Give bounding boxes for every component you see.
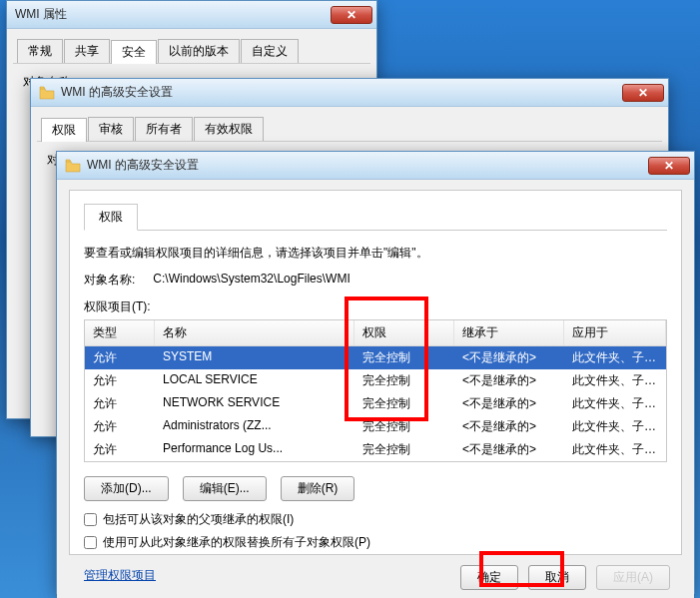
tab-常规[interactable]: 常规 <box>17 39 63 63</box>
permission-table[interactable]: 类型 名称 权限 继承于 应用于 允许SYSTEM完全控制<不是继承的>此文件夹… <box>84 319 667 462</box>
content: 权限 要查看或编辑权限项目的详细信息，请选择该项目并单击"编辑"。 对象名称: … <box>57 180 694 598</box>
tab-自定义[interactable]: 自定义 <box>241 39 299 63</box>
cell-name: Administrators (ZZ... <box>155 415 354 438</box>
checkbox-label: 包括可从该对象的父项继承的权限(I) <box>103 511 294 528</box>
titlebar: WMI 的高级安全设置 ✕ <box>57 152 694 180</box>
table-row[interactable]: 允许SYSTEM完全控制<不是继承的>此文件夹、子文件夹... <box>85 346 666 369</box>
cell-inherit: <不是继承的> <box>454 392 564 415</box>
table-row[interactable]: 允许NETWORK SERVICE完全控制<不是继承的>此文件夹、子文件夹... <box>85 392 666 415</box>
object-label: 对象名称: <box>84 272 135 289</box>
cell-inherit: <不是继承的> <box>454 415 564 438</box>
main-panel: 权限 要查看或编辑权限项目的详细信息，请选择该项目并单击"编辑"。 对象名称: … <box>69 190 682 555</box>
folder-icon <box>65 159 81 173</box>
cell-apply: 此文件夹、子文件夹... <box>564 415 666 438</box>
remove-button[interactable]: 删除(R) <box>281 476 355 501</box>
window-wmi-advanced-front: WMI 的高级安全设置 ✕ 权限 要查看或编辑权限项目的详细信息，请选择该项目并… <box>56 151 695 594</box>
cell-type: 允许 <box>85 415 155 438</box>
tabs: 常规共享安全以前的版本自定义 <box>13 35 370 64</box>
table-row[interactable]: 允许LOCAL SERVICE完全控制<不是继承的>此文件夹、子文件夹... <box>85 369 666 392</box>
tab-共享[interactable]: 共享 <box>64 39 110 63</box>
checkbox-replace-children[interactable] <box>84 536 97 549</box>
titlebar: WMI 属性 ✕ <box>7 1 376 29</box>
cell-type: 允许 <box>85 438 155 461</box>
edit-button[interactable]: 编辑(E)... <box>183 476 267 501</box>
close-button[interactable]: ✕ <box>622 84 664 102</box>
folder-icon <box>39 86 55 100</box>
tab-安全[interactable]: 安全 <box>111 40 157 64</box>
manage-permissions-link[interactable]: 管理权限项目 <box>84 567 156 584</box>
cell-perm: 完全控制 <box>354 415 454 438</box>
cell-perm: 完全控制 <box>354 392 454 415</box>
cell-type: 允许 <box>85 346 155 369</box>
close-button[interactable]: ✕ <box>331 6 372 24</box>
cell-apply: 此文件夹、子文件夹... <box>564 438 666 461</box>
tabs: 权限审核所有者有效权限 <box>37 113 662 142</box>
cell-inherit: <不是继承的> <box>454 369 564 392</box>
check-include-inherit[interactable]: 包括可从该对象的父项继承的权限(I) <box>84 511 667 528</box>
window-title: WMI 的高级安全设置 <box>87 157 648 174</box>
tab-所有者[interactable]: 所有者 <box>135 117 193 141</box>
cell-perm: 完全控制 <box>354 346 454 369</box>
apply-button: 应用(A) <box>596 565 670 590</box>
cell-name: Performance Log Us... <box>155 438 354 461</box>
tab-以前的版本[interactable]: 以前的版本 <box>158 39 240 63</box>
list-label: 权限项目(T): <box>84 299 667 315</box>
cell-name: SYSTEM <box>155 346 354 369</box>
tab-权限[interactable]: 权限 <box>41 118 87 142</box>
col-name[interactable]: 名称 <box>155 320 354 345</box>
cell-perm: 完全控制 <box>354 438 454 461</box>
table-header: 类型 名称 权限 继承于 应用于 <box>85 320 666 346</box>
table-body: 允许SYSTEM完全控制<不是继承的>此文件夹、子文件夹...允许LOCAL S… <box>85 346 666 461</box>
col-type[interactable]: 类型 <box>85 320 155 345</box>
close-button[interactable]: ✕ <box>648 157 690 175</box>
cell-type: 允许 <box>85 369 155 392</box>
cell-perm: 完全控制 <box>354 369 454 392</box>
object-row: 对象名称: C:\Windows\System32\LogFiles\WMI <box>84 272 667 289</box>
tab-permissions[interactable]: 权限 <box>84 204 138 231</box>
cell-inherit: <不是继承的> <box>454 346 564 369</box>
window-title: WMI 属性 <box>15 6 331 23</box>
checkbox-label: 使用可从此对象继承的权限替换所有子对象权限(P) <box>103 534 370 551</box>
col-permission[interactable]: 权限 <box>354 320 454 345</box>
titlebar: WMI 的高级安全设置 ✕ <box>31 79 668 107</box>
tab-有效权限[interactable]: 有效权限 <box>194 117 264 141</box>
col-apply[interactable]: 应用于 <box>564 320 666 345</box>
cell-name: NETWORK SERVICE <box>155 392 354 415</box>
check-replace-children[interactable]: 使用可从此对象继承的权限替换所有子对象权限(P) <box>84 534 667 551</box>
checkbox-include-inherit[interactable] <box>84 513 97 526</box>
cell-name: LOCAL SERVICE <box>155 369 354 392</box>
col-inherited[interactable]: 继承于 <box>454 320 564 345</box>
tab-审核[interactable]: 审核 <box>88 117 134 141</box>
window-title: WMI 的高级安全设置 <box>61 84 622 101</box>
table-row[interactable]: 允许Performance Log Us...完全控制<不是继承的>此文件夹、子… <box>85 438 666 461</box>
cell-type: 允许 <box>85 392 155 415</box>
tab-strip: 权限 <box>84 203 667 231</box>
cell-inherit: <不是继承的> <box>454 438 564 461</box>
intro-text: 要查看或编辑权限项目的详细信息，请选择该项目并单击"编辑"。 <box>84 245 667 262</box>
cell-apply: 此文件夹、子文件夹... <box>564 346 666 369</box>
button-row: 添加(D)... 编辑(E)... 删除(R) <box>84 476 667 501</box>
add-button[interactable]: 添加(D)... <box>84 476 169 501</box>
object-path: C:\Windows\System32\LogFiles\WMI <box>153 272 350 289</box>
table-row[interactable]: 允许Administrators (ZZ...完全控制<不是继承的>此文件夹、子… <box>85 415 666 438</box>
cell-apply: 此文件夹、子文件夹... <box>564 392 666 415</box>
cell-apply: 此文件夹、子文件夹... <box>564 369 666 392</box>
